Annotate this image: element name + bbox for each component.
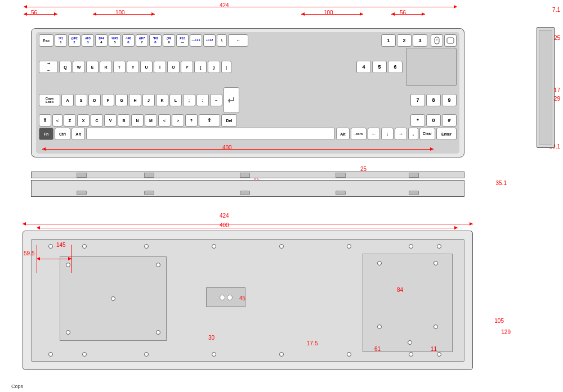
front-foot-3 [240, 191, 250, 195]
key-arrow-left[interactable]: ← [368, 128, 380, 140]
key-num6[interactable]: 6 [388, 61, 403, 73]
key-num7[interactable]: 7 [410, 94, 425, 106]
key-caps-lock[interactable]: CapsLock [39, 94, 60, 106]
key-dot[interactable]: . [408, 128, 418, 140]
key-f7[interactable]: &F77 [136, 34, 148, 47]
key-tilde[interactable]: ~ [210, 94, 222, 106]
key-k[interactable]: K [156, 94, 168, 106]
key-b[interactable]: B [118, 114, 130, 127]
key-num-star[interactable]: * [410, 114, 425, 127]
key-num3[interactable]: 3 [413, 34, 427, 47]
mh-b4 [212, 352, 216, 357]
key-quote[interactable]: : [196, 94, 209, 106]
key-lbrace[interactable]: { [194, 61, 207, 73]
key-g[interactable]: G [115, 94, 128, 106]
key-tp-scroll[interactable] [431, 34, 443, 47]
key-enter-num[interactable]: Enter [436, 128, 457, 140]
key-j[interactable]: J [142, 94, 155, 106]
key-backslash[interactable]: \ [217, 34, 227, 47]
key-f11[interactable]: —F11 [190, 34, 202, 47]
key-f3[interactable]: #F33 [82, 34, 94, 47]
label-7-1: 7.1 [552, 7, 560, 13]
key-arrow-down[interactable]: ↓ [381, 128, 394, 140]
key-f9[interactable]: (F99 [163, 34, 175, 47]
key-p[interactable]: P [181, 61, 193, 73]
key-q[interactable]: Q [59, 61, 72, 73]
key-f1[interactable]: !F11 [55, 34, 67, 47]
key-d[interactable]: D [88, 94, 101, 106]
key-f[interactable]: F [102, 94, 114, 106]
key-delete[interactable]: Del [221, 114, 237, 127]
key-angle[interactable]: < [52, 114, 62, 127]
key-ctrl[interactable]: Ctrl [55, 128, 70, 140]
mh-b2 [82, 352, 87, 357]
label-400-top: 400 [222, 145, 232, 151]
key-f12[interactable]: +F12 [203, 34, 216, 47]
key-tp-btn[interactable] [444, 34, 457, 47]
key-h[interactable]: H [129, 94, 141, 106]
key-backspace[interactable]: ← [228, 34, 248, 47]
key-f10[interactable]: F10— [176, 34, 189, 47]
mh-t7 [409, 244, 413, 249]
key-f2[interactable]: @F22 [68, 34, 81, 47]
key-num1[interactable]: 1 [381, 34, 396, 47]
key-f8[interactable]: *F88 [149, 34, 162, 47]
key-l[interactable]: L [169, 94, 182, 106]
key-num-hash[interactable]: # [442, 114, 457, 127]
key-num8[interactable]: 8 [426, 94, 441, 106]
key-t[interactable]: T [113, 61, 126, 73]
key-x[interactable]: X [77, 114, 90, 127]
key-num4[interactable]: 4 [356, 61, 371, 73]
key-shift-l[interactable]: ⇑ [39, 114, 51, 127]
key-f4[interactable]: $F44 [95, 34, 108, 47]
key-semicolon[interactable]: ; [183, 94, 195, 106]
dim-56-right [391, 14, 425, 15]
key-enter-main[interactable] [224, 87, 239, 113]
pcb-right [363, 254, 453, 352]
key-dotcom[interactable]: .com [351, 128, 367, 140]
mh-t3 [144, 244, 149, 249]
key-num5[interactable]: 5 [372, 61, 387, 73]
dim-424-bot-top [23, 224, 473, 224]
label-129-bot: 129 [501, 329, 511, 335]
key-c[interactable]: C [91, 114, 103, 127]
key-n[interactable]: N [131, 114, 144, 127]
key-num0[interactable]: 0 [426, 114, 441, 127]
key-num2[interactable]: 2 [397, 34, 412, 47]
key-w[interactable]: W [73, 61, 85, 73]
key-space[interactable] [86, 128, 335, 140]
touchpad[interactable] [406, 48, 457, 86]
key-esc[interactable]: Esc [39, 34, 53, 47]
key-m[interactable]: M [145, 114, 157, 127]
key-alt-l[interactable]: Alt [72, 128, 85, 140]
key-comma[interactable]: < [158, 114, 171, 127]
key-z[interactable]: Z [64, 114, 76, 127]
key-slash[interactable]: ? [185, 114, 198, 127]
pcb-hole-4 [156, 330, 160, 335]
key-o[interactable]: O [167, 61, 180, 73]
key-i[interactable]: I [154, 61, 166, 73]
key-shift-r[interactable]: ⇑ [199, 114, 220, 127]
key-clear[interactable]: Clear [419, 128, 435, 140]
key-f6[interactable]: ^F66 [122, 34, 135, 47]
key-y[interactable]: Y [127, 61, 139, 73]
key-e[interactable]: E [86, 61, 99, 73]
key-v[interactable]: V [104, 114, 117, 127]
key-rbrace[interactable]: } [208, 61, 220, 73]
key-r[interactable]: R [100, 61, 112, 73]
key-a[interactable]: A [61, 94, 74, 106]
front-foot-5 [409, 191, 419, 195]
key-num9[interactable]: 9 [442, 94, 457, 106]
key-fn[interactable]: Fn [39, 128, 53, 140]
key-period[interactable]: > [172, 114, 184, 127]
key-f5[interactable]: %F55 [109, 34, 121, 47]
key-s[interactable]: S [75, 94, 87, 106]
key-u[interactable]: U [140, 61, 153, 73]
key-pipe[interactable]: | [221, 61, 231, 73]
tp-hole-1 [377, 261, 382, 265]
key-arrow-right[interactable]: → [395, 128, 407, 140]
mh-t2 [82, 244, 87, 249]
key-alt-r[interactable]: Alt [336, 128, 350, 140]
key-row-2: ⇒⇐ Q W E R T Y U I O P { } | [39, 48, 457, 86]
key-tab[interactable]: ⇒⇐ [39, 61, 58, 73]
